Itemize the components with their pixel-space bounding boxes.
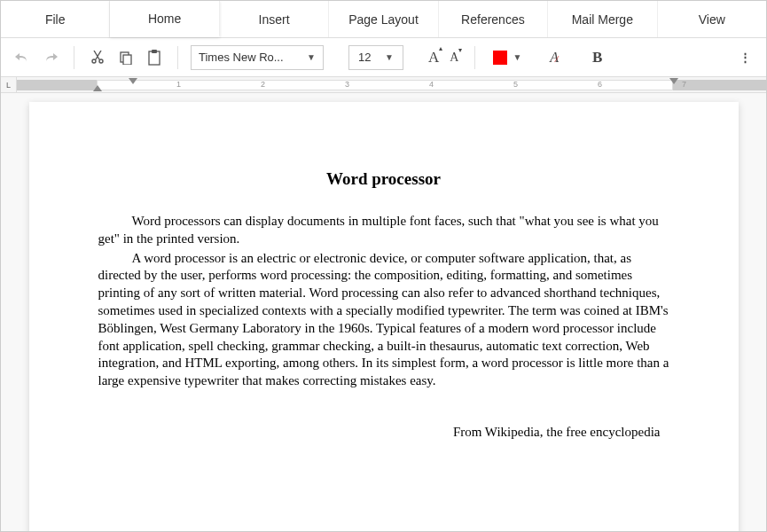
- more-options-button[interactable]: ⋮: [734, 47, 755, 68]
- tab-home[interactable]: Home: [110, 1, 219, 37]
- copy-button[interactable]: [115, 47, 137, 68]
- tab-page-layout[interactable]: Page Layout: [329, 1, 438, 37]
- decrease-font-button[interactable]: A▾: [450, 47, 462, 68]
- ruler-number: 7: [682, 80, 686, 89]
- clear-format-button[interactable]: A∕: [550, 47, 560, 68]
- svg-rect-2: [149, 51, 160, 65]
- font-family-select[interactable]: Times New Ro... ▼: [191, 45, 324, 70]
- ruler-number: 1: [176, 80, 181, 89]
- tab-view[interactable]: View: [658, 1, 766, 37]
- tab-mail-merge[interactable]: Mail Merge: [548, 1, 657, 37]
- document-page[interactable]: Word processor Word processors can displ…: [29, 102, 739, 531]
- tab-file[interactable]: File: [1, 1, 110, 37]
- ruler-number: 2: [261, 80, 265, 89]
- clear-format-icon: A∕: [550, 50, 560, 66]
- toolbar: Times New Ro... ▼ 12 ▼ A▴ A▾ ▼ A∕ B ⋮: [1, 38, 766, 77]
- ruler-number: 6: [598, 80, 602, 89]
- font-size-value: 12: [358, 51, 371, 64]
- bold-button[interactable]: B: [587, 47, 608, 68]
- ruler-number: 3: [345, 80, 349, 89]
- chevron-down-icon: ▼: [513, 52, 521, 62]
- tab-references[interactable]: References: [439, 1, 548, 37]
- ribbon-tabs: File Home Insert Page Layout References …: [1, 1, 766, 38]
- document-scroll-area[interactable]: Word processor Word processors can displ…: [1, 93, 766, 531]
- decrease-font-icon: A▾: [450, 50, 462, 65]
- color-swatch-icon: [493, 51, 507, 65]
- svg-rect-1: [123, 55, 131, 65]
- document-title[interactable]: Word processor: [98, 168, 669, 190]
- ruler-number: 4: [429, 80, 434, 89]
- chevron-down-icon: ▼: [385, 52, 394, 62]
- paste-button[interactable]: [144, 47, 165, 68]
- undo-button[interactable]: [12, 47, 33, 68]
- redo-icon: [43, 51, 59, 64]
- copy-icon: [119, 51, 133, 65]
- font-color-button[interactable]: ▼: [488, 45, 527, 70]
- chevron-down-icon: ▼: [307, 52, 316, 62]
- toolbar-divider: [177, 46, 178, 69]
- scissors-icon: [90, 51, 105, 65]
- kebab-icon: ⋮: [740, 51, 751, 64]
- font-family-value: Times New Ro...: [199, 51, 284, 64]
- increase-font-button[interactable]: A▴: [428, 47, 442, 68]
- ruler-number: 5: [513, 80, 518, 89]
- cut-button[interactable]: [87, 47, 108, 68]
- document-paragraph[interactable]: Word processors can display documents in…: [98, 213, 669, 248]
- increase-font-icon: A▴: [428, 49, 442, 66]
- redo-button[interactable]: [40, 47, 61, 68]
- ruler-corner-icon: L: [1, 77, 17, 93]
- clipboard-icon: [147, 50, 161, 66]
- ruler: L 1 2 3 4 5 6 7: [1, 77, 766, 93]
- svg-rect-3: [152, 50, 157, 53]
- font-size-select[interactable]: 12 ▼: [348, 45, 403, 70]
- horizontal-ruler[interactable]: 1 2 3 4 5 6 7: [17, 77, 766, 92]
- undo-icon: [14, 51, 30, 64]
- tab-insert[interactable]: Insert: [220, 1, 329, 37]
- toolbar-divider: [474, 46, 475, 69]
- document-paragraph[interactable]: A word processor is an electric or elect…: [98, 250, 669, 390]
- toolbar-divider: [74, 46, 74, 69]
- document-attribution[interactable]: From Wikipedia, the free encyclopedia: [98, 424, 669, 442]
